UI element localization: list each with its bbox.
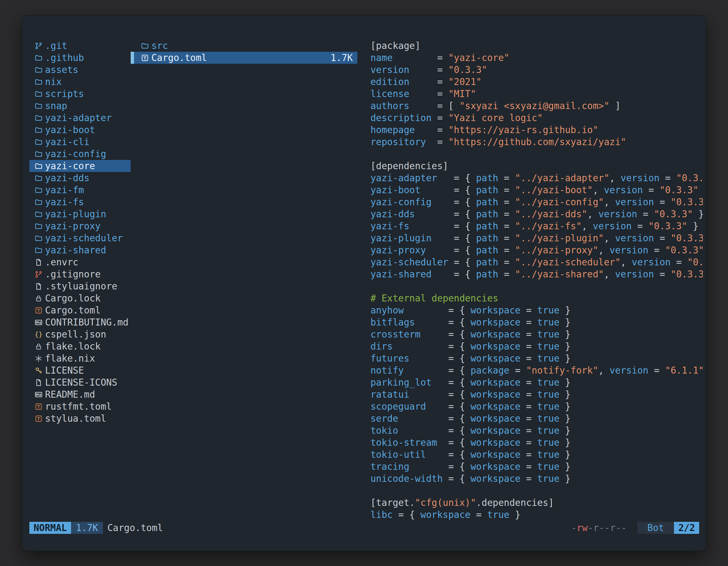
dir-item-yazi-dds[interactable]: yazi-dds — [29, 172, 131, 184]
item-label: nix — [45, 76, 62, 87]
file-preview-pane[interactable]: [package]name = "yazi-core"version = "0.… — [370, 40, 703, 521]
git-icon — [34, 270, 43, 279]
item-label: yazi-scheduler — [45, 233, 123, 244]
item-label: yazi-config — [45, 149, 106, 159]
file-item-license[interactable]: LICENSE — [29, 364, 131, 376]
preview-line: tokio-util = { workspace = true } — [370, 448, 703, 461]
preview-line: yazi-fs = { path = "../yazi-fs", version… — [370, 220, 703, 232]
folder-icon — [34, 138, 43, 146]
dir-item-yazi-proxy[interactable]: yazi-proxy — [29, 220, 131, 232]
file-item-.styluaignore[interactable]: .styluaignore — [29, 280, 131, 292]
file-item-flake.lock[interactable]: flake.lock — [29, 340, 131, 352]
file-item-readme.md[interactable]: README.md — [29, 388, 131, 400]
preview-line: yazi-adapter = { path = "../yazi-adapter… — [370, 172, 703, 184]
item-label: .git — [45, 40, 67, 51]
preview-line: notify = { package = "notify-fork", vers… — [370, 364, 703, 376]
folder-icon — [34, 66, 43, 74]
item-label: .gitignore — [45, 269, 101, 280]
preview-line: yazi-config = { path = "../yazi-config",… — [370, 196, 703, 208]
item-label: yazi-dds — [45, 173, 90, 184]
folder-icon — [34, 162, 43, 170]
dir-item-assets[interactable]: assets — [29, 64, 131, 76]
preview-line: futures = { workspace = true } — [370, 352, 703, 364]
dir-item-nix[interactable]: nix — [29, 76, 131, 88]
item-label: yazi-core — [45, 161, 95, 172]
folder-icon — [34, 186, 43, 194]
folder-icon — [34, 54, 43, 62]
file-item-.gitignore[interactable]: .gitignore — [29, 268, 131, 280]
preview-line: yazi-scheduler = { path = "../yazi-sched… — [370, 256, 703, 268]
file-item-license-icons[interactable]: LICENSE-ICONS — [29, 376, 131, 388]
preview-line: scopeguard = { workspace = true } — [370, 400, 703, 412]
item-label: LICENSE — [45, 365, 84, 376]
dir-item-yazi-fm[interactable]: yazi-fm — [29, 184, 131, 196]
folder-icon — [34, 102, 43, 110]
dir-item-yazi-config[interactable]: yazi-config — [29, 148, 131, 160]
file-item-contributing.md[interactable]: CONTRIBUTING.md — [29, 316, 131, 328]
preview-line: [target."cfg(unix)".dependencies] — [370, 497, 703, 509]
dir-item-yazi-cli[interactable]: yazi-cli — [29, 136, 131, 148]
item-label: CONTRIBUTING.md — [45, 317, 128, 328]
item-label: src — [151, 40, 168, 51]
file-item-cspell.json[interactable]: cspell.json — [29, 328, 131, 340]
cursor-position-badge: 2/2 — [674, 522, 699, 534]
json-icon — [34, 330, 43, 339]
file-item-rustfmt.toml[interactable]: rustfmt.toml — [29, 400, 131, 412]
preview-line: parking_lot = { workspace = true } — [370, 376, 703, 388]
yazi-terminal-window: .git.githubassetsnixscriptssnapyazi-adap… — [22, 15, 706, 551]
dir-item-yazi-shared[interactable]: yazi-shared — [29, 244, 131, 256]
file-icon — [34, 282, 43, 290]
preview-line: [package] — [370, 40, 703, 52]
folder-icon — [141, 42, 149, 50]
file-item-stylua.toml[interactable]: stylua.toml — [29, 412, 131, 424]
item-label: flake.lock — [45, 341, 101, 352]
file-item-cargo.lock[interactable]: Cargo.lock — [29, 292, 131, 304]
file-item-cargo.toml[interactable]: Cargo.toml1.7K — [131, 52, 357, 64]
status-bar: NORMAL 1.7K Cargo.toml -rw-r--r-- Bot 2/… — [29, 522, 699, 534]
dir-item-.github[interactable]: .github — [29, 52, 131, 64]
toml-icon — [34, 306, 43, 314]
item-label: yazi-proxy — [45, 221, 101, 232]
preview-line: # External dependencies — [370, 292, 703, 304]
file-item-flake.nix[interactable]: flake.nix — [29, 352, 131, 364]
preview-line: authors = [ "sxyazi <sxyazi@gmail.com>" … — [370, 100, 703, 112]
dir-item-yazi-fs[interactable]: yazi-fs — [29, 196, 131, 208]
preview-line: serde = { workspace = true } — [370, 412, 703, 424]
folder-icon — [34, 210, 43, 219]
dir-item-snap[interactable]: snap — [29, 100, 131, 112]
folder-icon — [34, 78, 43, 86]
file-permissions: -rw-r--r-- — [571, 522, 627, 533]
file-item-cargo.toml[interactable]: Cargo.toml — [29, 304, 131, 316]
preview-line: crossterm = { workspace = true } — [370, 328, 703, 340]
preview-line: yazi-proxy = { path = "../yazi-proxy", v… — [370, 244, 703, 256]
scroll-position-label: Bot — [637, 522, 674, 534]
dir-item-src[interactable]: src — [131, 40, 357, 52]
dir-item-.git[interactable]: .git — [29, 40, 131, 52]
current-directory-pane[interactable]: srcCargo.toml1.7K — [131, 40, 357, 64]
file-item-.envrc[interactable]: .envrc — [29, 256, 131, 268]
preview-line: yazi-shared = { path = "../yazi-shared",… — [370, 268, 703, 280]
dir-item-yazi-boot[interactable]: yazi-boot — [29, 124, 131, 136]
preview-line: homepage = "https://yazi-rs.github.io" — [370, 124, 703, 136]
status-filename: Cargo.toml — [107, 522, 163, 533]
dir-item-yazi-plugin[interactable]: yazi-plugin — [29, 208, 131, 220]
item-label: scripts — [45, 88, 84, 99]
markdown-icon — [34, 318, 43, 326]
item-label: cspell.json — [45, 329, 106, 340]
preview-line: ratatui = { workspace = true } — [370, 388, 703, 400]
item-label: LICENSE-ICONS — [45, 377, 117, 388]
mode-indicator: NORMAL — [29, 522, 71, 534]
preview-line: dirs = { workspace = true } — [370, 340, 703, 352]
dir-item-scripts[interactable]: scripts — [29, 88, 131, 100]
dir-item-yazi-adapter[interactable]: yazi-adapter — [29, 112, 131, 124]
preview-line: name = "yazi-core" — [370, 52, 703, 64]
preview-line — [370, 485, 703, 497]
dir-item-yazi-scheduler[interactable]: yazi-scheduler — [29, 232, 131, 244]
item-label: stylua.toml — [45, 413, 106, 424]
preview-line: edition = "2021" — [370, 76, 703, 88]
dir-item-yazi-core[interactable]: yazi-core — [29, 160, 131, 172]
preview-line: license = "MIT" — [370, 88, 703, 100]
parent-directory-pane[interactable]: .git.githubassetsnixscriptssnapyazi-adap… — [29, 40, 131, 424]
toml-icon — [34, 402, 43, 411]
perm-rest: -r--r-- — [588, 522, 627, 533]
